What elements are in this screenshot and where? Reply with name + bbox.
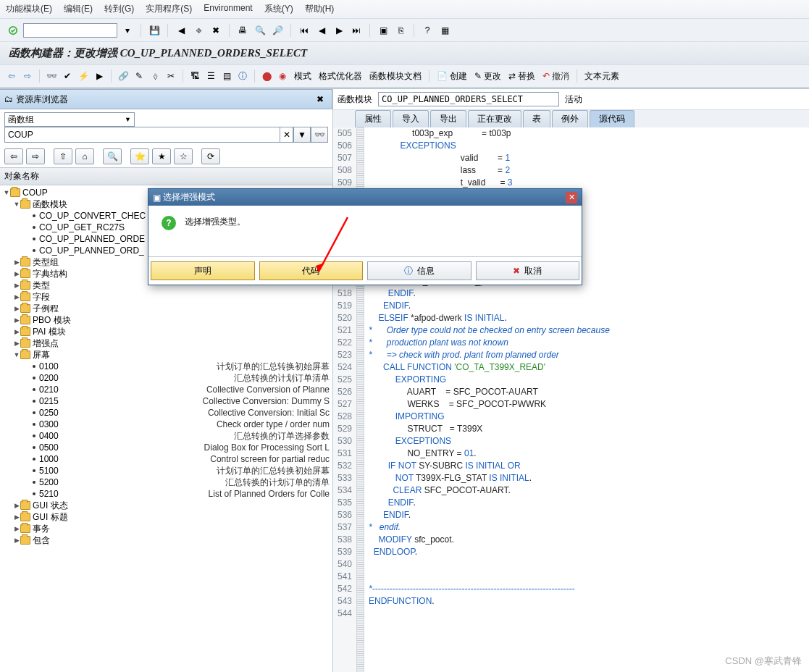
tab-2[interactable]: 导出 [430,110,466,127]
tree-row[interactable]: ▶包含 [0,534,332,546]
fm-doc-button[interactable]: 函数模块文档 [366,69,424,83]
tab-6[interactable]: 源代码 [590,110,634,127]
where-used-icon[interactable]: 🔗 [116,69,130,83]
tree-row[interactable]: ▶事务 [0,523,332,534]
tree-row[interactable]: ▶GUI 状态 [0,500,332,511]
code-button[interactable]: 代码 [259,261,364,280]
check-icon[interactable]: ✔ [60,69,75,83]
tree-row[interactable]: 0100计划订单的汇总转换初始屏幕 [0,361,332,372]
first-page-icon[interactable]: ⏮ [297,23,311,38]
test-icon[interactable]: ▶ [92,69,106,83]
pattern-button[interactable]: 模式 [291,69,314,83]
tree-row[interactable]: ▼屏幕 [0,349,332,361]
fav-add-icon[interactable]: ★ [152,148,171,164]
text-elements-button[interactable]: 文本元素 [582,69,622,83]
nav-back-icon[interactable]: ⇦ [4,69,19,83]
tree-row[interactable]: 0250Collective Conversion: Initial Sc [0,407,332,419]
search-input[interactable] [4,127,280,143]
back-icon[interactable]: ◀ [174,23,188,38]
cancel-button[interactable]: ✖取消 [476,261,580,280]
dropdown-icon[interactable]: ▾ [120,23,135,38]
activate-icon[interactable]: ⚡ [76,69,91,83]
tree-row[interactable]: 5200汇总转换的计划订单的清单 [0,476,332,488]
tree-row[interactable]: ▶PBO 模块 [0,314,332,326]
menu-edit[interactable]: 编辑(E) [64,3,93,15]
find-next-icon[interactable]: 🔎 [270,23,285,38]
formatter-button[interactable]: 格式优化器 [316,69,365,83]
menu-util[interactable]: 实用程序(S) [146,3,192,15]
shortcut-icon[interactable]: ⎘ [393,23,408,38]
help-icon[interactable]: ? [420,23,435,38]
fav-tree-icon[interactable]: ⭐ [130,148,149,164]
tree-row[interactable]: 0500Dialog Box for Processing Sort L [0,442,332,453]
tab-5[interactable]: 例外 [552,110,588,127]
panel-close-icon[interactable]: ✖ [313,92,327,106]
block-icon[interactable]: ▤ [219,69,234,83]
prev-page-icon[interactable]: ◀ [314,23,329,38]
next-page-icon[interactable]: ▶ [332,23,346,38]
tree-row[interactable]: ▶子例程 [0,303,332,314]
edit-icon[interactable]: ✎ [132,69,146,83]
ok-icon[interactable] [6,23,20,38]
menu-env[interactable]: Environment [204,3,252,15]
glasses-icon[interactable]: 👓 [311,127,328,143]
fav-del-icon[interactable]: ☆ [174,148,193,164]
last-page-icon[interactable]: ⏭ [349,23,364,38]
clear-icon[interactable]: ✕ [280,127,293,143]
exit-icon[interactable]: ⎆ [191,23,206,38]
display-icon[interactable]: 👓 [44,69,59,83]
fm-name-input[interactable] [378,92,559,106]
breakpoint-icon[interactable]: ⬤ [259,69,274,83]
layout-icon[interactable]: ▦ [437,23,452,38]
tree-row[interactable]: 5100计划订单的汇总转换初始屏幕 [0,465,332,476]
enhance-icon[interactable]: ◉ [275,69,290,83]
print-icon[interactable]: 🖶 [235,23,250,38]
info-button[interactable]: ⓘ信息 [367,261,471,280]
tree-row[interactable]: ▶PAI 模块 [0,326,332,337]
nav-up-icon[interactable]: ⇧ [54,148,72,164]
dropdown-search-icon[interactable]: ▼ [293,127,311,143]
cancel-icon[interactable]: ✖ [209,23,223,38]
save-icon[interactable]: 💾 [147,23,162,38]
tree-row[interactable]: 5210List of Planned Orders for Colle [0,488,332,500]
tab-1[interactable]: 导入 [393,110,429,127]
menu-sys[interactable]: 系统(Y) [264,3,293,15]
nav-fwd-icon[interactable]: ⇨ [20,69,35,83]
tree-row[interactable]: 0200汇总转换的计划订单清单 [0,372,332,384]
info-icon[interactable]: ⓘ [235,69,250,83]
menu-help[interactable]: 帮助(H) [305,3,335,15]
tree-row[interactable]: 1000Control screen for partial reduc [0,453,332,465]
declaration-button[interactable]: 声明 [151,261,255,280]
tab-0[interactable]: 属性 [355,110,391,127]
find-icon[interactable]: 🔍 [253,23,267,38]
delete-icon[interactable]: ✂ [164,69,178,83]
tree-row[interactable]: 0210Collective Conversion of Planne [0,384,332,395]
tree-row[interactable]: ▶GUI 标题 [0,511,332,523]
dialog-title-bar[interactable]: ▣ 选择增强模式 ✕ [148,189,582,206]
dialog-close-icon[interactable]: ✕ [566,192,577,203]
menu-goto[interactable]: 转到(G) [104,3,134,15]
refresh-icon[interactable]: ⟳ [201,148,220,164]
hierarchy-icon[interactable]: 🏗 [188,69,202,83]
undo-button[interactable]: ↶撤消 [540,69,572,83]
tree-row[interactable]: 0215Collective Conversion: Dummy S [0,395,332,407]
replace-button[interactable]: ⇄替换 [506,69,538,83]
sort-icon[interactable]: ☰ [204,69,218,83]
find-tree-icon[interactable]: 🔍 [103,148,122,164]
tree-row[interactable]: ▶字段 [0,291,332,303]
insert-icon[interactable]: ⎀ [148,69,162,83]
tab-3[interactable]: 正在更改 [468,110,521,127]
tree-row[interactable]: ▶增强点 [0,337,332,349]
tree-row[interactable]: 0400汇总转换的订单选择参数 [0,430,332,442]
object-type-combo[interactable]: 函数组▼ [4,112,135,127]
nav-home-icon[interactable]: ⌂ [75,148,94,164]
nav-next-icon[interactable]: ⇨ [26,148,45,164]
menu-fn[interactable]: 功能模块(E) [6,3,52,15]
nav-prev-icon[interactable]: ⇦ [4,148,23,164]
new-session-icon[interactable]: ▣ [376,23,390,38]
tree-row[interactable]: 0300Check order type / order num [0,419,332,430]
create-button[interactable]: 📄创建 [434,69,470,83]
tab-4[interactable]: 表 [523,110,550,127]
command-field[interactable] [23,23,117,38]
modify-button[interactable]: ✎更改 [471,69,504,83]
